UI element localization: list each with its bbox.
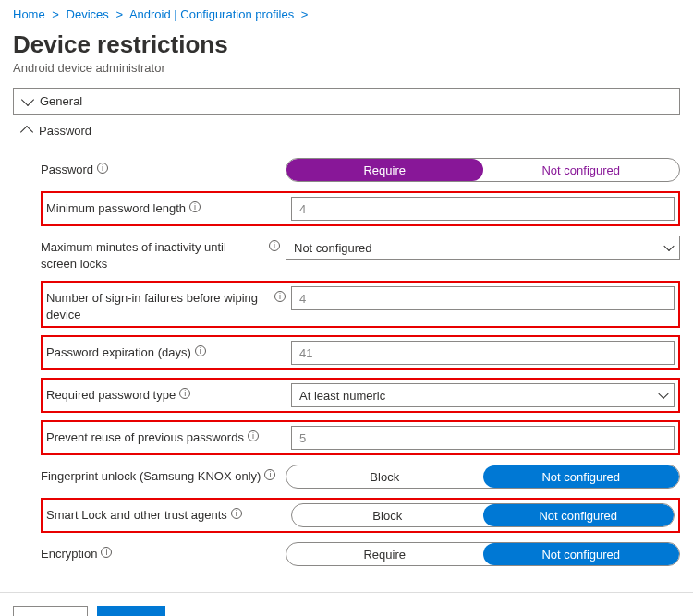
breadcrumb-devices[interactable]: Devices — [67, 7, 109, 21]
section-general-label: General — [40, 94, 82, 108]
page-subtitle: Android device administrator — [13, 61, 680, 75]
info-icon[interactable]: i — [195, 345, 206, 356]
label-type: Required password type — [46, 387, 176, 404]
encryption-require[interactable]: Require — [286, 543, 483, 565]
chevron-down-icon — [21, 92, 34, 105]
section-password-label: Password — [39, 124, 91, 138]
footer: Previous Next — [0, 593, 693, 616]
info-icon[interactable]: i — [264, 469, 275, 480]
breadcrumb: Home > Devices > Android | Configuration… — [13, 7, 680, 27]
chevron-right-icon: > — [301, 7, 309, 21]
password-toggle[interactable]: Require Not configured — [286, 158, 680, 182]
failures-input[interactable] — [291, 286, 675, 310]
fingerprint-not-configured[interactable]: Not configured — [483, 465, 680, 488]
password-panel: Passwordi Require Not configured Minimum… — [13, 143, 680, 585]
smartlock-block[interactable]: Block — [292, 504, 483, 526]
encryption-toggle[interactable]: Require Not configured — [286, 542, 680, 566]
reuse-input[interactable] — [291, 426, 675, 450]
breadcrumb-android[interactable]: Android | Configuration profiles — [129, 7, 294, 21]
min-length-input[interactable] — [291, 197, 675, 221]
type-select[interactable] — [291, 383, 675, 407]
info-icon[interactable]: i — [269, 240, 280, 251]
label-fingerprint: Fingerprint unlock (Samsung KNOX only) — [41, 468, 261, 485]
section-password[interactable]: Password — [13, 115, 680, 143]
password-require[interactable]: Require — [286, 159, 483, 181]
info-icon[interactable]: i — [231, 508, 242, 519]
info-icon[interactable]: i — [274, 291, 286, 302]
info-icon[interactable]: i — [179, 388, 190, 399]
chevron-right-icon: > — [52, 7, 59, 21]
fingerprint-block[interactable]: Block — [286, 465, 483, 488]
next-button[interactable]: Next — [97, 606, 165, 616]
label-max-idle: Maximum minutes of inactivity until scre… — [41, 239, 265, 272]
smartlock-toggle[interactable]: Block Not configured — [291, 503, 675, 527]
label-reuse: Prevent reuse of previous passwords — [46, 429, 244, 446]
breadcrumb-home[interactable]: Home — [13, 7, 45, 21]
label-smartlock: Smart Lock and other trust agents — [46, 507, 227, 524]
password-not-configured[interactable]: Not configured — [483, 159, 680, 181]
label-encryption: Encryption — [41, 546, 97, 562]
section-general[interactable]: General — [13, 88, 680, 115]
info-icon[interactable]: i — [248, 430, 259, 441]
fingerprint-toggle[interactable]: Block Not configured — [286, 465, 680, 489]
max-idle-select[interactable] — [286, 236, 680, 260]
expire-input[interactable] — [291, 341, 675, 365]
info-icon[interactable]: i — [189, 201, 201, 212]
page-title: Device restrictions — [13, 30, 680, 59]
encryption-not-configured[interactable]: Not configured — [483, 543, 680, 565]
previous-button[interactable]: Previous — [13, 606, 88, 616]
label-expire: Password expiration (days) — [46, 344, 191, 361]
info-icon[interactable]: i — [101, 547, 112, 558]
label-min-length: Minimum password length — [46, 200, 186, 217]
smartlock-not-configured[interactable]: Not configured — [483, 504, 675, 526]
label-failures: Number of sign-in failures before wiping… — [46, 290, 271, 322]
info-icon[interactable]: i — [97, 163, 108, 174]
chevron-up-icon — [20, 125, 33, 138]
label-password: Password — [41, 162, 93, 178]
chevron-right-icon: > — [116, 7, 123, 21]
